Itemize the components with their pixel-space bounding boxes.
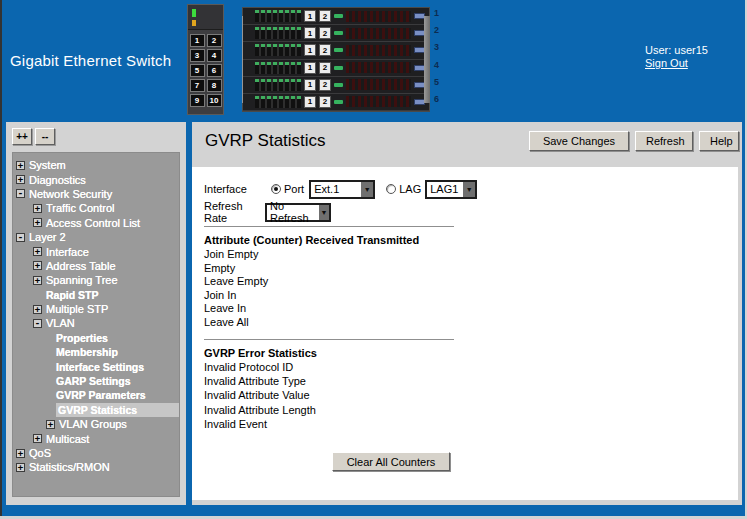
counter-row: Join In <box>204 289 268 303</box>
sidebar-item-vlan-groups[interactable]: VLAN Groups <box>13 417 179 431</box>
refresh-button[interactable]: Refresh <box>635 131 693 151</box>
chevron-down-icon[interactable] <box>318 205 329 220</box>
counter-row: Leave All <box>204 316 268 330</box>
tree-toggle-icon[interactable] <box>33 276 42 285</box>
tree-toggle-icon[interactable] <box>33 204 42 213</box>
sign-out-link[interactable]: Sign Out <box>645 57 708 70</box>
sidebar-item-label: GVRP Statistics <box>56 403 179 417</box>
sidebar-item-multicast[interactable]: Multicast <box>13 431 179 445</box>
module-port-grid: 12345678910 <box>188 30 223 107</box>
module-port: 5 <box>190 64 205 77</box>
sidebar-item-spanning-tree[interactable]: Spanning Tree <box>13 273 179 287</box>
sidebar-item-layer-2[interactable]: Layer 2 <box>13 230 179 244</box>
tree-toggle-icon[interactable] <box>16 233 25 242</box>
lag-select[interactable]: LAG1 <box>425 180 477 199</box>
sidebar-item-statistics-rmon[interactable]: Statistics/RMON <box>13 460 179 474</box>
blade-led-icon <box>334 14 343 18</box>
tree-toggle-icon[interactable] <box>16 449 25 458</box>
interface-row: Interface Port Ext.1 LAG LAG1 <box>204 179 477 199</box>
blade-row: 1 2 <box>243 8 429 25</box>
port-select[interactable]: Ext.1 <box>309 180 375 199</box>
sidebar-item-gvrp-parameters[interactable]: GVRP Parameters <box>13 388 179 402</box>
tree-toggle-icon[interactable] <box>16 175 25 184</box>
vga-connector-icon <box>414 82 425 88</box>
blade-port-1: 1 <box>304 96 316 108</box>
chevron-down-icon[interactable] <box>360 182 373 197</box>
counter-row: Join Empty <box>204 248 268 262</box>
sidebar-item-diagnostics[interactable]: Diagnostics <box>13 172 179 186</box>
blade-port-1: 1 <box>304 27 316 39</box>
sidebar-item-rapid-stp[interactable]: Rapid STP <box>13 288 179 302</box>
blade-vent <box>346 11 411 22</box>
main-area: GVRP Statistics Save Changes Refresh Hel… <box>192 122 742 505</box>
toolbar: Save Changes Refresh Help <box>529 131 739 151</box>
tree-toggle-icon[interactable] <box>46 420 55 429</box>
sidebar-item-interface-settings[interactable]: Interface Settings <box>13 359 179 373</box>
sidebar-item-multiple-stp[interactable]: Multiple STP <box>13 302 179 316</box>
blade-led-icon <box>334 66 343 70</box>
sidebar-item-network-security[interactable]: Network Security <box>13 187 179 201</box>
sidebar-item-interface[interactable]: Interface <box>13 244 179 258</box>
tree-toggle-icon[interactable] <box>16 463 25 472</box>
sidebar-item-label: Interface Settings <box>56 361 144 373</box>
sidebar-item-label: VLAN <box>46 317 75 329</box>
blade-led-icon <box>334 48 343 52</box>
page-title: GVRP Statistics <box>205 131 326 151</box>
help-button[interactable]: Help <box>699 131 739 151</box>
blade-row: 1 2 <box>243 77 429 94</box>
tree-toggle-icon[interactable] <box>33 319 42 328</box>
sidebar-item-address-table[interactable]: Address Table <box>13 259 179 273</box>
port-radio[interactable] <box>271 184 281 194</box>
sidebar-item-gvrp-statistics[interactable]: GVRP Statistics <box>13 403 179 417</box>
sidebar-item-garp-settings[interactable]: GARP Settings <box>13 374 179 388</box>
counter-row: Leave Empty <box>204 275 268 289</box>
sidebar-item-label: VLAN Groups <box>59 418 127 430</box>
error-stats-header: GVRP Error Statistics <box>204 347 317 359</box>
module-port: 3 <box>190 49 205 62</box>
expand-all-button[interactable]: ++ <box>12 128 32 145</box>
sidebar-item-access-control-list[interactable]: Access Control List <box>13 216 179 230</box>
blade-port-2: 2 <box>319 79 331 91</box>
sidebar-item-system[interactable]: System <box>13 158 179 172</box>
sidebar-item-vlan[interactable]: VLAN <box>13 316 179 330</box>
tree-toggle-icon[interactable] <box>16 189 25 198</box>
save-changes-button[interactable]: Save Changes <box>529 131 629 151</box>
tree-toggle-icon[interactable] <box>33 434 42 443</box>
sidebar-item-membership[interactable]: Membership <box>13 345 179 359</box>
chevron-down-icon[interactable] <box>462 182 475 197</box>
vga-connector-icon <box>414 13 425 19</box>
module-port: 10 <box>207 94 222 107</box>
sidebar-item-label: Network Security <box>29 188 112 200</box>
sidebar-item-label: Traffic Control <box>46 202 114 214</box>
sidebar-item-label: System <box>29 159 66 171</box>
vga-connector-icon <box>414 30 425 36</box>
tree-toggle-icon[interactable] <box>33 218 42 227</box>
module-port: 4 <box>207 49 222 62</box>
vga-connector-icon <box>414 65 425 71</box>
interface-label: Interface <box>204 183 264 195</box>
drive-bays <box>255 10 301 22</box>
counter-row: Leave In <box>204 302 268 316</box>
tree-toggle-icon[interactable] <box>33 305 42 314</box>
sidebar-item-traffic-control[interactable]: Traffic Control <box>13 201 179 215</box>
drive-bays <box>255 27 301 39</box>
collapse-all-button[interactable]: -- <box>35 128 55 145</box>
tree-toggle-icon[interactable] <box>16 161 25 170</box>
clear-all-counters-button[interactable]: Clear All Counters <box>332 452 450 471</box>
sidebar-item-qos[interactable]: QoS <box>13 446 179 460</box>
drive-bays <box>255 96 301 108</box>
switch-admin-window: Gigabit Ethernet Switch 12345678910 1 2 <box>0 0 745 516</box>
blade-row: 1 2 <box>243 60 429 77</box>
drive-bays <box>255 62 301 74</box>
chassis-row-numbers: 123456 <box>434 8 444 111</box>
sidebar-item-properties[interactable]: Properties <box>13 331 179 345</box>
sidebar-item-label: Multiple STP <box>46 303 108 315</box>
drive-bays <box>255 44 301 56</box>
refresh-rate-select[interactable]: No Refresh <box>265 203 331 222</box>
port-radio-label: Port <box>284 183 304 195</box>
drive-bays <box>255 79 301 91</box>
module-port: 1 <box>190 34 205 47</box>
tree-toggle-icon[interactable] <box>33 261 42 270</box>
tree-toggle-icon[interactable] <box>33 247 42 256</box>
lag-radio[interactable] <box>386 184 396 194</box>
